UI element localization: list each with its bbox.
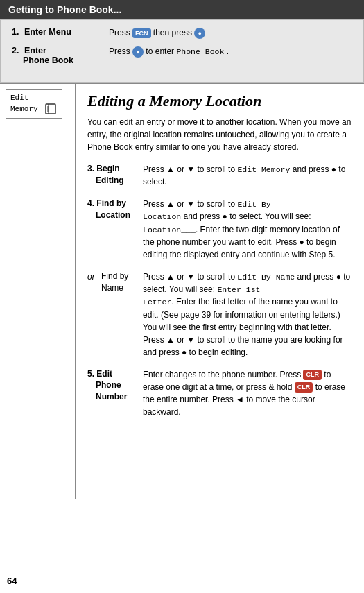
step5: 5. Edit Phone Number Enter changes to th…: [87, 368, 353, 418]
step1-mid: then press: [153, 28, 194, 37]
step5-title3: Number: [96, 392, 127, 402]
step-or-title1: Find by: [101, 271, 128, 281]
step-or-mono2: Enter 1stLetter: [143, 285, 261, 307]
step5-title2: Phone: [96, 380, 121, 390]
step3-desc: Press ▲ or ▼ to scroll to Edit Memory an…: [143, 163, 353, 188]
step3-title1: Begin: [96, 164, 119, 173]
step3: 3. Begin Editing Press ▲ or ▼ to scroll …: [87, 163, 353, 188]
or-label: or: [87, 270, 101, 282]
step3-mono: Edit Memory: [237, 165, 290, 174]
step1-label: 1. Enter Menu: [12, 27, 109, 37]
step2-num: 2.: [12, 46, 19, 55]
step3-label: 3. Begin Editing: [87, 163, 143, 187]
step5-num: 5.: [87, 369, 94, 379]
page-number: 64: [7, 576, 17, 586]
step2-text-line2: Phone Book: [23, 55, 73, 65]
step4: 4. Find by Location Press ▲ or ▼ to scro…: [87, 198, 353, 261]
step5-title1: Edit: [96, 369, 112, 379]
round-button-icon2: ●: [132, 46, 144, 58]
round-button-icon: ●: [194, 28, 205, 39]
step4-title1: Find by: [96, 198, 126, 208]
sidebar-icon: [45, 105, 58, 113]
content-area: Editing a Memory Location You can edit a…: [76, 84, 364, 499]
sidebar-box: Edit Memory: [6, 89, 62, 119]
main-content: Edit Memory Editing a Memory Location Yo…: [0, 83, 364, 499]
intro-text: You can edit an entry or move it to anot…: [87, 116, 353, 153]
section-title: Editing a Memory Location: [87, 92, 353, 110]
step-or-desc: Press ▲ or ▼ to scroll to Edit By Name a…: [143, 270, 353, 359]
step-or-title2: Name: [101, 283, 123, 293]
getting-step-1: 1. Enter Menu Press FCN then press ●: [12, 27, 352, 39]
step5-desc: Enter changes to the phone number. Press…: [143, 368, 353, 418]
step2-text-line1: Enter: [24, 46, 46, 55]
header-title: Getting to Phone Book...: [8, 4, 121, 15]
step-or: or Find by Name Press ▲ or ▼ to scroll t…: [87, 270, 353, 359]
step2-end: .: [227, 46, 229, 56]
step1-text: Enter Menu: [24, 27, 71, 37]
step5-label: 5. Edit Phone Number: [87, 368, 143, 403]
step2-label: 2. Enter Phone Book: [12, 46, 109, 65]
sidebar-line1: Edit: [10, 94, 28, 102]
step4-mono1: Edit ByLocation: [143, 200, 271, 221]
clr-button-icon2: CLR: [295, 382, 313, 393]
or-text: or: [87, 272, 95, 282]
step-or-mono1: Edit By Name: [237, 273, 295, 282]
sidebar-line2: Memory: [10, 105, 38, 113]
step1-pre: Press: [109, 28, 132, 37]
step1-num: 1.: [12, 27, 19, 37]
step3-title2: Editing: [96, 175, 124, 185]
step2-mid: to enter: [146, 46, 176, 56]
step1-desc: Press FCN then press ●: [109, 27, 352, 39]
step4-mono2: Location___: [143, 225, 196, 234]
sidebar: Edit Memory: [0, 84, 76, 499]
fcn-button-icon: FCN: [132, 28, 151, 39]
step2-desc: Press ● to enter Phone Book .: [109, 46, 352, 58]
getting-step-2: 2. Enter Phone Book Press ● to enter Pho…: [12, 46, 352, 65]
getting-section: 1. Enter Menu Press FCN then press ● 2. …: [0, 19, 364, 83]
step4-label: 4. Find by Location: [87, 198, 143, 221]
clr-button-icon1: CLR: [303, 370, 322, 381]
step4-num: 4.: [87, 198, 94, 208]
step-or-label: Find by Name: [101, 270, 143, 294]
step3-num: 3.: [87, 164, 94, 173]
step2-mono: Phone Book: [176, 47, 224, 56]
step4-desc: Press ▲ or ▼ to scroll to Edit ByLocatio…: [143, 198, 353, 261]
step4-title2: Location: [96, 210, 130, 220]
step2-pre: Press: [109, 46, 132, 56]
page-header: Getting to Phone Book...: [0, 0, 364, 19]
